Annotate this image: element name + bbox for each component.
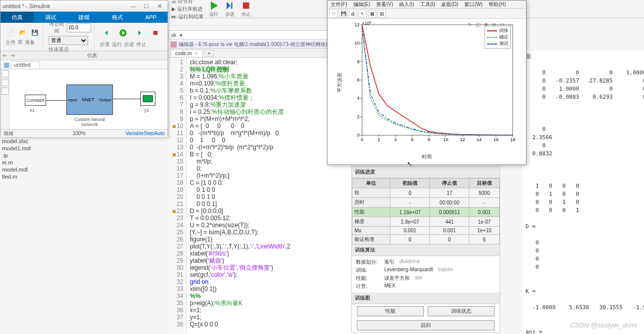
wire1 bbox=[46, 100, 66, 101]
new-fig-icon[interactable]: □ bbox=[330, 10, 338, 18]
window-titlebar[interactable]: untitled * - Simulink — ☐ ✕ bbox=[1, 1, 168, 12]
state-button[interactable]: 训练状态 bbox=[428, 306, 495, 316]
tab-format[interactable]: 格式 bbox=[101, 12, 134, 23]
status-ready: 就绪 bbox=[4, 130, 39, 137]
svg-text:8: 8 bbox=[428, 137, 430, 142]
svg-text:16: 16 bbox=[494, 137, 499, 142]
editor-icon bbox=[171, 41, 177, 48]
file-item[interactable]: er.m bbox=[0, 159, 60, 166]
legend-line-valid bbox=[487, 37, 497, 38]
section-icon[interactable]: ☰ bbox=[172, 0, 176, 4]
plots-title: 训练图 bbox=[352, 293, 500, 304]
menu-edit[interactable]: 编辑(E) bbox=[350, 1, 373, 8]
algo-title: 训练算法 bbox=[352, 244, 500, 256]
svg-text:12: 12 bbox=[460, 137, 465, 142]
menu-window[interactable]: 窗口(W) bbox=[461, 1, 486, 8]
cmd-ok: ok bbox=[171, 32, 177, 38]
figure-window: 文件(F) 编辑(E) 查看(V) 插入(I) 工具(I) 桌面(D) 窗口(W… bbox=[327, 0, 527, 165]
sim-canvas[interactable]: Constant x1 Input NNET Output y1 Custom … bbox=[1, 69, 168, 129]
regress-button[interactable]: 回归 bbox=[357, 320, 495, 330]
zoom-out-icon[interactable] bbox=[2, 79, 9, 86]
legend-line-test bbox=[487, 44, 497, 45]
legend[interactable]: 训练 确证 测试 bbox=[485, 26, 511, 49]
progress-table: 单位初始值停止值目标值 轮0175000历时-00:00:00-性能1.16e+… bbox=[352, 178, 500, 244]
file-item[interactable]: .ip bbox=[0, 152, 60, 159]
maximize-icon[interactable]: ☐ bbox=[140, 2, 152, 10]
save-icon[interactable]: 💾 bbox=[30, 28, 40, 38]
nnet-block[interactable]: Input NNET Output bbox=[66, 85, 113, 115]
tab-code[interactable]: code.m× bbox=[171, 50, 203, 57]
constant-block[interactable]: Constant bbox=[25, 95, 46, 106]
menu-file[interactable]: 文件(F) bbox=[328, 1, 350, 8]
nav-left-icon[interactable]: ⇐ bbox=[1, 53, 9, 58]
step-fwd-icon[interactable] bbox=[132, 26, 146, 40]
ed-stop-label: 停止 bbox=[242, 11, 251, 18]
minimize-icon[interactable]: — bbox=[127, 2, 139, 10]
command-output[interactable]: 面 0 0 0 1.0000 0 -0.2357 27.8285 0 0 1.0… bbox=[522, 51, 644, 334]
doc-tab-untitled[interactable]: untitled bbox=[11, 61, 40, 68]
svg-text:2: 2 bbox=[378, 137, 380, 142]
cnn-label: Custom Neural Network bbox=[66, 117, 113, 127]
svg-text:×10⁶: ×10⁶ bbox=[362, 21, 372, 26]
cursor-icon: ↖ bbox=[407, 160, 412, 168]
status-zoom: 100% bbox=[39, 131, 119, 136]
menu-insert[interactable]: 插入(I) bbox=[396, 1, 417, 8]
svg-rect-2 bbox=[231, 2, 233, 9]
print-icon[interactable]: 🖨 bbox=[349, 10, 357, 18]
xlabel: 时间 bbox=[422, 153, 432, 160]
editor-stop-icon[interactable] bbox=[240, 1, 252, 11]
chevron-down-icon[interactable]: ▾ bbox=[180, 32, 182, 38]
scope-block[interactable] bbox=[140, 92, 155, 106]
menu-help[interactable]: 帮助(H) bbox=[486, 1, 509, 8]
pointer-icon[interactable]: ↖ bbox=[358, 10, 367, 18]
menu-view[interactable]: 查看(V) bbox=[373, 1, 396, 8]
mode-select[interactable]: 普通 bbox=[49, 36, 88, 45]
zoom-in-icon[interactable] bbox=[2, 70, 9, 77]
lib-label: 库 bbox=[18, 39, 23, 46]
file-item[interactable]: model.slxc bbox=[0, 138, 60, 145]
open-icon[interactable]: 📂 bbox=[18, 28, 28, 38]
editor-run-icon[interactable] bbox=[208, 1, 220, 11]
editor-path: 编辑器 - E:\5-pour la vie 电脑\1-matlab(1-500… bbox=[179, 41, 349, 48]
menu-desktop[interactable]: 桌面(D) bbox=[438, 1, 461, 8]
run-icon[interactable] bbox=[116, 26, 130, 40]
menu-tools[interactable]: 工具(I) bbox=[417, 1, 438, 8]
status-solver[interactable]: VariableStepAuto bbox=[119, 131, 165, 136]
tab-sim[interactable]: 仿真 bbox=[1, 12, 34, 23]
progress-title: 训练进度 bbox=[352, 166, 500, 178]
file-item[interactable]: tled.m bbox=[0, 173, 60, 180]
file-item[interactable]: model.mdl bbox=[0, 166, 60, 173]
figure-toolbar: □ 💾 🖨 ↖ ▦ ▤ bbox=[328, 9, 526, 19]
stoptime-input[interactable] bbox=[67, 23, 91, 32]
tab-app[interactable]: APP bbox=[134, 12, 168, 23]
svg-text:10: 10 bbox=[354, 40, 359, 46]
editor-step-icon[interactable] bbox=[224, 1, 236, 11]
step-back-icon[interactable] bbox=[100, 26, 114, 40]
fit-icon[interactable] bbox=[2, 88, 9, 95]
canvas-tools bbox=[1, 69, 10, 129]
stop-icon[interactable] bbox=[148, 26, 163, 40]
file-list: model.slxc model1.mdl .ip er.m model.mdl… bbox=[0, 138, 60, 180]
run-end-icon[interactable]: ⏭ bbox=[172, 14, 177, 19]
nnet-out: Output bbox=[98, 98, 112, 102]
nnet-text: NNET bbox=[78, 97, 98, 102]
grid-icon[interactable]: ▦ bbox=[368, 10, 376, 18]
th-target: 目标值 bbox=[469, 179, 500, 188]
wire2 bbox=[113, 99, 140, 99]
file-item[interactable]: model1.mdl bbox=[0, 145, 60, 152]
run-advance-icon[interactable]: ▶ bbox=[172, 6, 176, 12]
save-fig-icon[interactable]: 💾 bbox=[339, 10, 347, 18]
nnet-in: Input bbox=[67, 98, 78, 102]
new-icon[interactable]: 📄 bbox=[6, 28, 16, 38]
sim-doc-tabs: untitled bbox=[1, 60, 168, 69]
legend-line-train bbox=[487, 30, 497, 31]
run-end-label: 运行到结束 bbox=[178, 13, 204, 20]
tab-add-icon[interactable]: + bbox=[205, 50, 214, 57]
perf-button[interactable]: 性能 bbox=[357, 306, 424, 316]
block-diagram[interactable]: Constant x1 Input NNET Output y1 Custom … bbox=[10, 69, 168, 129]
close-icon[interactable]: ✕ bbox=[153, 2, 166, 10]
inspect-icon[interactable]: ▤ bbox=[378, 10, 386, 18]
tab-close-icon[interactable]: × bbox=[195, 51, 198, 56]
legend-train: 训练 bbox=[499, 27, 508, 34]
nav-right-icon[interactable]: ⇒ bbox=[9, 53, 17, 58]
